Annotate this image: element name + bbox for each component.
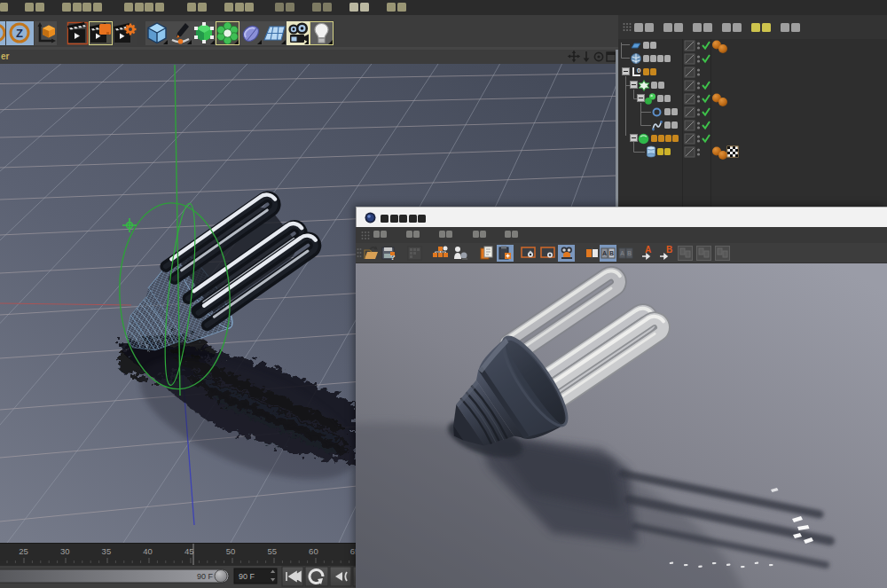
svg-text:0: 0 — [637, 67, 641, 74]
svg-text:A: A — [602, 250, 607, 256]
svg-text:90 F: 90 F — [239, 572, 255, 581]
svg-text:50: 50 — [226, 546, 236, 556]
svg-text:B: B — [627, 250, 632, 256]
svg-text:45: 45 — [184, 546, 194, 556]
svg-text:B: B — [666, 245, 672, 255]
svg-text:55: 55 — [267, 546, 277, 556]
svg-text:60: 60 — [309, 546, 318, 556]
svg-text:Z: Z — [16, 27, 23, 40]
svg-text:40: 40 — [143, 546, 153, 556]
svg-text:A: A — [645, 245, 651, 255]
svg-text:35: 35 — [102, 546, 112, 556]
svg-text:A: A — [620, 250, 624, 256]
svg-text:25: 25 — [19, 546, 28, 556]
svg-text:90 F: 90 F — [197, 572, 214, 581]
svg-text:B: B — [609, 250, 614, 256]
svg-text:30: 30 — [60, 546, 70, 556]
